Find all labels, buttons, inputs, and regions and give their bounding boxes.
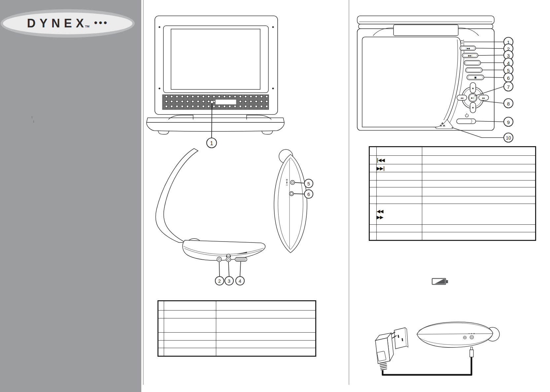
battery-icon [432,278,448,284]
top-view-callouts: 1 2 3 4 5 6 7 8 9 10 [504,37,513,142]
side-body [274,154,307,253]
table-row: |◀◀ [369,156,536,164]
callout-2-number: 2 [218,278,221,284]
down-glyph: ▼ [472,107,474,109]
headphone-jack [226,257,231,262]
jack-description-table [157,300,316,357]
callout-3-number: 3 [228,278,230,284]
callout-number: 6 [507,75,510,81]
table-row [369,187,536,196]
ac-adapter [375,332,396,370]
dc-plug [470,347,473,357]
fast-forward-glyph: ▶▶ [482,97,485,99]
callout-number: 2 [507,46,510,52]
video-jack [464,336,466,339]
screw-dot [272,87,274,89]
video-in-jack [290,192,294,196]
callout-number: 10 [506,135,511,141]
callout-6-number: 6 [307,192,310,197]
callout-number: 3 [507,53,510,58]
top-view-diagram: |◀◀ ▶▶| ■ ▲ ▼ ◀◀ [357,16,513,142]
table-row [369,225,536,232]
button-description-table: |◀◀ ▶▶| ◀◀ ▶▶ [369,146,536,241]
callout-number: 8 [507,101,510,107]
remote-sensor [211,101,214,104]
power-adapter-diagram [375,322,499,375]
callout-1-number: 1 [210,141,213,146]
base [147,122,284,131]
table-row [158,318,316,333]
screw-dot [158,87,160,89]
callout-4-number: 4 [239,278,241,284]
table-row: ▶▶| [369,164,536,172]
power-cable [383,357,471,375]
table-row [369,172,536,180]
stop-glyph: ■ [474,76,477,79]
device-side-closed [417,322,499,347]
front-view-diagram: 1 [147,16,284,148]
table-row [369,196,536,204]
rewind-glyph: ◀◀ [461,97,464,99]
callout-number: 7 [507,84,510,90]
table-row [158,301,316,310]
table-row [369,180,536,187]
callout-number: 1 [507,40,510,45]
table-row [158,341,316,348]
av-out-jack [217,257,222,262]
wall-outlet [394,328,408,349]
table-row [158,348,316,356]
table-row [158,310,316,318]
manual-page: DYNEX TM ••• [0,0,550,392]
table-row [369,147,536,156]
hinge [247,115,271,119]
disc-door [362,37,461,127]
table-row [158,333,316,341]
table-row [369,232,536,241]
previous-glyph: |◀◀ [466,47,470,50]
base-side [183,240,265,260]
next-glyph: ▶▶| [468,54,472,57]
hinge-bar [394,25,458,36]
side-view-right-diagram: 5 6 [274,149,313,253]
screw-dot [158,26,160,28]
side-view-open-diagram: 2 3 4 [155,148,265,285]
label-plate [215,99,236,105]
dc-in-jack [291,180,295,185]
rewind-symbol: ◀◀ [377,208,422,214]
table-row: ◀◀ ▶▶ [369,204,536,225]
screw-dot [272,26,274,28]
play-pause-glyph: ▶|| [471,97,474,99]
callout-5-number: 5 [307,181,310,186]
screen-panel [155,148,198,243]
callout-number: 4 [507,60,510,66]
next-symbol: ▶▶| [377,164,422,172]
callout-number: 5 [507,68,510,73]
hinge [168,115,193,119]
up-glyph: ▲ [472,87,474,89]
dc-in-jack [470,336,474,339]
fast-forward-symbol: ▶▶ [377,214,422,220]
previous-symbol: |◀◀ [377,156,422,164]
callout-number: 9 [507,119,510,125]
